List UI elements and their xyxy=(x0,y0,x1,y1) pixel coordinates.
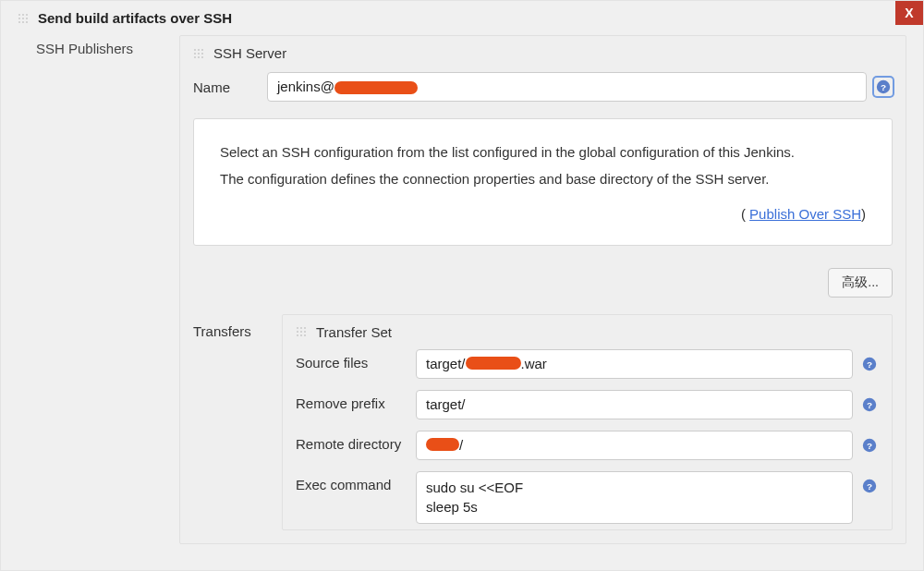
redacted-text xyxy=(426,438,459,451)
drag-handle-icon[interactable] xyxy=(18,13,29,24)
section-header: Send build artifacts over SSH xyxy=(1,1,923,35)
help-icon[interactable]: ? xyxy=(860,477,879,495)
name-label: Name xyxy=(193,79,267,95)
ssh-server-name-value: jenkins@ xyxy=(277,79,418,94)
remote-directory-label: Remote directory xyxy=(296,431,416,452)
section-title: Send build artifacts over SSH xyxy=(38,10,232,26)
svg-text:?: ? xyxy=(867,480,872,491)
help-text-line: The configuration defines the connection… xyxy=(220,166,866,193)
transfer-set-heading: Transfer Set xyxy=(316,324,392,340)
drag-handle-icon[interactable] xyxy=(193,48,204,59)
help-icon[interactable]: ? xyxy=(860,355,879,373)
help-link-line: ( Publish Over SSH) xyxy=(220,201,866,228)
svg-text:?: ? xyxy=(867,440,872,450)
remove-prefix-label: Remove prefix xyxy=(296,390,416,411)
transfers-label: Transfers xyxy=(193,314,282,531)
help-icon[interactable]: ? xyxy=(874,78,893,96)
exec-command-textarea[interactable]: sudo su <<EOF sleep 5s xyxy=(416,471,853,525)
advanced-button[interactable]: 高级... xyxy=(828,268,893,298)
ssh-server-name-select[interactable]: jenkins@ xyxy=(267,72,867,102)
svg-text:?: ? xyxy=(881,82,886,92)
close-button[interactable]: X xyxy=(895,1,923,25)
ssh-server-heading: SSH Server xyxy=(213,45,286,61)
drag-handle-icon[interactable] xyxy=(296,326,307,337)
jenkins-ssh-publish-config: X Send build artifacts over SSH SSH Publ… xyxy=(0,0,924,571)
help-text-line: Select an SSH configuration from the lis… xyxy=(220,140,866,166)
help-icon[interactable]: ? xyxy=(860,436,879,455)
redacted-text xyxy=(466,357,521,370)
redacted-text xyxy=(334,81,418,94)
exec-command-label: Exec command xyxy=(296,471,416,492)
ssh-server-help-box: Select an SSH configuration from the lis… xyxy=(193,118,893,246)
help-icon[interactable]: ? xyxy=(860,395,879,414)
source-files-input[interactable]: target/.war xyxy=(416,349,853,379)
remove-prefix-input[interactable]: target/ xyxy=(416,390,853,419)
source-files-label: Source files xyxy=(296,349,416,371)
svg-text:?: ? xyxy=(867,399,872,409)
ssh-server-panel: SSH Server Name jenkins@ xyxy=(179,35,906,544)
svg-text:?: ? xyxy=(867,358,872,369)
remote-directory-input[interactable]: / xyxy=(416,431,853,460)
publish-over-ssh-link[interactable]: Publish Over SSH xyxy=(749,206,861,222)
publishers-label: SSH Publishers xyxy=(36,41,179,56)
transfer-set-panel: Transfer Set Source files target/.war ? xyxy=(282,314,893,531)
